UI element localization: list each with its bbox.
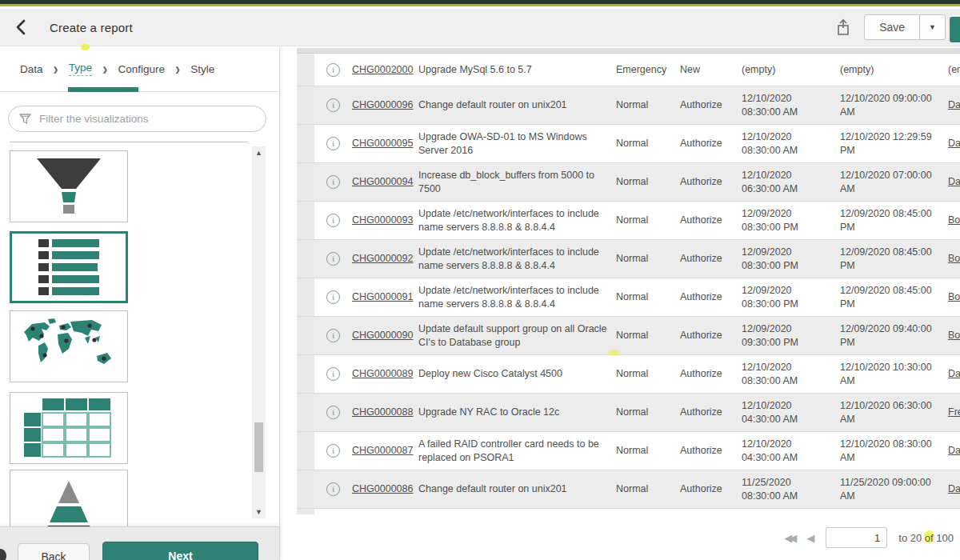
table-row[interactable]: CHG0000093 Update /etc/network/interface… [297,202,960,240]
row-gutter [297,394,314,431]
priority: Normal [616,214,680,227]
clipped-primary-button[interactable] [950,17,960,42]
assignee-link[interactable]: Dav [948,445,960,456]
prev-page-icon[interactable]: ◀ [806,532,814,544]
first-page-icon[interactable]: ◀◀ [784,532,794,544]
chevron-right-icon: › [102,60,107,78]
row-gutter [297,470,314,508]
assignee-link[interactable]: Dav [948,138,960,149]
scrollbar-thumb[interactable] [254,422,263,472]
viz-scrollbar[interactable]: ▲ ▼ [252,146,266,518]
change-number-link[interactable]: CHG0000092 [352,253,413,264]
report-preview-area: CHG0002000 Upgrade MySql 5.6 to 5.7 Emer… [281,46,960,560]
info-icon[interactable] [326,175,340,189]
priority: Normal [616,482,680,496]
scrolled-row-edge [297,48,960,54]
planned-start-date: 12/09/2020 08:30:00 PM [742,207,840,234]
change-number-link[interactable]: CHG0000094 [352,176,413,187]
info-icon[interactable] [326,137,340,150]
breadcrumb-step-style[interactable]: Style [190,63,214,75]
assignee-link[interactable]: Dav [948,176,960,187]
back-chevron-icon[interactable] [14,18,32,36]
viz-option-pyramid[interactable] [10,470,128,526]
planned-end-date: 12/10/2020 12:29:59 PM [840,130,948,157]
table-row[interactable]: CHG0000088 Upgrade NY RAC to Oracle 12c … [297,394,960,432]
info-icon[interactable] [326,482,340,496]
assignee-link[interactable]: Bow [948,214,960,226]
table-row[interactable]: CHG0000089 Deploy new Cisco Catalyst 450… [297,355,960,394]
info-icon[interactable] [326,98,340,112]
change-number-link[interactable]: CHG0000089 [352,368,413,379]
table-row[interactable]: CHG0000094 Increase db_block_buffers fro… [297,163,960,202]
assignee-link[interactable]: Dav [948,99,960,110]
viz-option-world-map[interactable] [10,310,128,382]
page-number-input[interactable] [826,527,887,548]
assignee-link[interactable]: Bow [948,330,960,341]
scroll-down-icon[interactable]: ▼ [252,506,266,518]
breadcrumb-step-type[interactable]: Type [69,62,92,76]
assignee-link[interactable]: Dav [948,368,960,379]
info-icon[interactable] [326,444,340,458]
info-icon[interactable] [326,367,340,381]
assignee-link[interactable]: Bow [948,291,960,302]
short-description: Upgrade NY RAC to Oracle 12c [418,406,616,419]
back-button[interactable]: Back [18,543,90,560]
viz-option-table[interactable] [10,392,128,464]
app-top-strip [0,0,960,6]
info-icon[interactable] [326,290,340,304]
planned-start-date: 12/10/2020 04:30:00 AM [742,438,840,464]
chevron-right-icon: › [175,60,180,78]
info-icon[interactable] [326,214,340,227]
planned-start-date: 12/10/2020 04:30:00 AM [742,399,840,426]
assignee-link[interactable]: (em [948,64,960,75]
table-row[interactable]: CHG0000092 Update /etc/network/interface… [297,240,960,278]
change-number-link[interactable]: CHG0000086 [352,483,413,494]
share-icon[interactable] [835,18,851,37]
state: Authorize [680,482,742,496]
row-gutter [297,125,314,162]
planned-end-date: 12/10/2020 07:00:00 AM [840,169,948,195]
change-number-link[interactable]: CHG0000095 [352,138,413,149]
scroll-up-icon[interactable]: ▲ [252,146,266,159]
assignee-link[interactable]: Bow [948,253,960,264]
table-row[interactable]: CHG0000096 Change default router on unix… [297,86,960,125]
change-number-link[interactable]: CHG0000091 [352,291,413,302]
table-row[interactable]: CHG0000086 Change default router on unix… [297,470,960,509]
viz-option-funnel-chart[interactable] [10,150,128,222]
filter-input[interactable] [39,113,256,125]
assignee-link[interactable]: Fre [948,406,960,418]
assignee-link[interactable]: Dav [948,483,960,494]
table-row[interactable]: CHG0002000 Upgrade MySql 5.6 to 5.7 Emer… [297,54,960,86]
state: Authorize [680,329,742,342]
change-number-link[interactable]: CHG0002000 [352,64,413,75]
state: Authorize [680,444,742,458]
save-button[interactable]: Save [864,14,920,40]
breadcrumb-step-data[interactable]: Data [20,63,43,75]
state: Authorize [680,290,742,304]
state: Authorize [680,406,742,419]
funnel-filter-icon [18,112,32,126]
change-number-link[interactable]: CHG0000088 [352,406,413,418]
click-highlight-dot [81,44,90,50]
viz-option-list[interactable] [10,231,128,303]
planned-start-date: 12/09/2020 09:30:00 PM [742,322,840,349]
info-icon[interactable] [326,406,340,419]
info-icon[interactable] [326,252,340,266]
info-icon[interactable] [326,329,340,342]
breadcrumb-step-configure[interactable]: Configure [118,63,165,75]
change-number-link[interactable]: CHG0000087 [352,445,413,456]
table-row[interactable]: CHG0000090 Update default support group … [297,317,960,355]
change-number-link[interactable]: CHG0000096 [352,99,413,110]
next-button[interactable]: Next [102,542,258,560]
row-gutter [297,240,314,278]
short-description: Deploy new Cisco Catalyst 4500 [418,367,616,381]
table-row[interactable]: CHG0000095 Upgrade OWA-SD-01 to MS Windo… [297,125,960,163]
save-dropdown-caret-icon[interactable]: ▼ [920,14,946,40]
info-icon[interactable] [326,63,340,77]
short-description: Update /etc/network/interfaces to includ… [418,207,616,234]
table-row[interactable]: CHG0000087 A failed RAID controller card… [297,432,960,470]
planned-end-date: 12/10/2020 10:30:00 AM [840,361,948,387]
change-number-link[interactable]: CHG0000090 [352,330,413,341]
table-row[interactable]: CHG0000091 Update /etc/network/interface… [297,278,960,317]
change-number-link[interactable]: CHG0000093 [352,214,413,226]
